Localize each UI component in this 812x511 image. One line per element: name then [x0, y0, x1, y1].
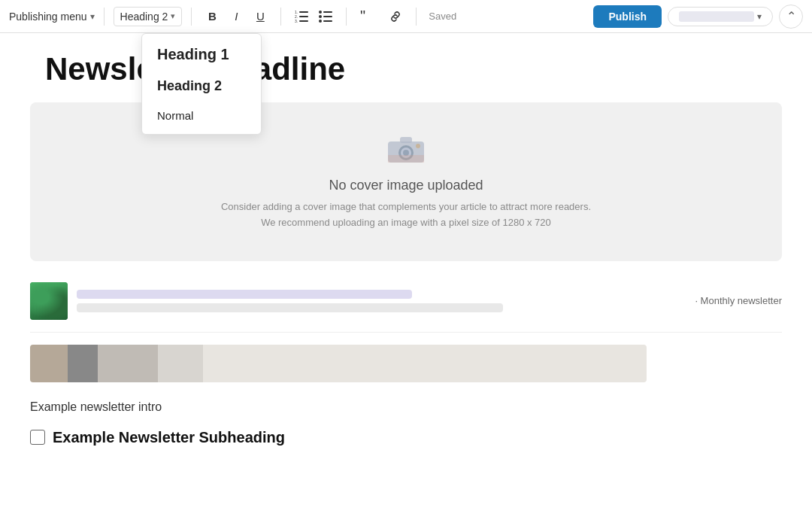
thumbnail-leaf-pattern [30, 282, 68, 320]
underline-button[interactable]: U [249, 5, 271, 28]
collapse-button[interactable]: ⌃ [779, 5, 803, 29]
main-content: Newsletter Headline No cover image uploa… [0, 33, 812, 511]
divider-4 [346, 8, 347, 26]
camera-icon [385, 132, 427, 169]
heading-dropdown: Heading 1 Heading 2 Normal [141, 33, 262, 135]
link-icon [389, 11, 402, 23]
viewer-select[interactable]: ▾ [668, 7, 773, 26]
heading-select-label: Heading 2 [120, 11, 168, 23]
thumbnail-image [30, 282, 68, 320]
viewer-select-chevron-icon: ▾ [757, 11, 762, 22]
bold-button[interactable]: B [201, 5, 223, 28]
collapse-icon: ⌃ [786, 9, 796, 23]
svg-rect-8 [323, 20, 332, 22]
heading-select-button[interactable]: Heading 2 ▾ [114, 7, 183, 26]
heading1-option[interactable]: Heading 1 [142, 38, 261, 71]
multibar-row [30, 345, 647, 382]
subheading-row: Example Newsletter Subheading [30, 429, 782, 446]
mbar-1 [30, 345, 68, 382]
svg-point-10 [319, 15, 322, 18]
quote-icon: " [360, 11, 374, 23]
bar-long-1 [77, 290, 412, 299]
camera-svg-icon [385, 132, 427, 166]
divider-3 [280, 8, 281, 26]
quote-button[interactable]: " [356, 5, 378, 28]
publish-button[interactable]: Publish [593, 5, 662, 28]
divider-5 [416, 8, 417, 26]
svg-rect-19 [388, 155, 424, 163]
cover-no-image-title: No cover image uploaded [329, 178, 483, 193]
svg-rect-1 [299, 16, 308, 17]
cover-desc-line2: We recommend uploading an image with a p… [261, 217, 551, 228]
svg-rect-7 [323, 16, 332, 17]
mbar-3 [98, 345, 158, 382]
svg-point-18 [416, 144, 420, 148]
bar-short-1 [77, 303, 503, 312]
cover-desc-line1: Consider adding a cover image that compl… [221, 201, 591, 212]
svg-rect-2 [299, 20, 308, 22]
toolbar: Publishing menu ▾ Heading 2 ▾ B I U 1. 2… [0, 0, 812, 33]
multibar-container [30, 345, 782, 382]
example-intro: Example newsletter intro [30, 400, 782, 414]
divider-2 [191, 8, 192, 26]
normal-option[interactable]: Normal [142, 102, 261, 129]
svg-point-9 [319, 11, 322, 14]
svg-point-11 [319, 20, 322, 23]
svg-text:3.: 3. [295, 19, 298, 23]
format-group: B I U [201, 5, 271, 28]
unordered-list-button[interactable] [314, 5, 337, 28]
unordered-list-icon [319, 11, 332, 23]
svg-rect-0 [299, 11, 308, 13]
svg-rect-6 [323, 11, 332, 13]
link-button[interactable] [384, 5, 407, 28]
heading2-option[interactable]: Heading 2 [142, 71, 261, 102]
mbar-2 [68, 345, 98, 382]
subheading-icon [30, 430, 45, 445]
newsletter-tag: · Monthly newsletter [695, 295, 782, 306]
mbar-5 [203, 345, 647, 382]
svg-point-16 [403, 150, 409, 156]
ordered-list-icon: 1. 2. 3. [295, 11, 308, 23]
subheading-text: Example Newsletter Subheading [53, 429, 285, 446]
svg-rect-17 [400, 137, 412, 143]
mbar-4 [158, 345, 203, 382]
publishing-menu-label: Publishing menu [9, 11, 87, 23]
row-bars-1 [77, 290, 686, 312]
saved-status: Saved [429, 11, 456, 22]
italic-button[interactable]: I [225, 5, 247, 28]
content-row-1: · Monthly newsletter [30, 282, 782, 333]
cover-desc: Consider adding a cover image that compl… [221, 199, 591, 231]
list-format-group: 1. 2. 3. [290, 5, 337, 28]
divider-1 [104, 8, 105, 26]
ordered-list-button[interactable]: 1. 2. 3. [290, 5, 313, 28]
publishing-menu-chevron-icon: ▾ [90, 11, 95, 22]
svg-text:": " [360, 11, 365, 23]
heading-select-chevron-icon: ▾ [171, 11, 175, 21]
viewer-select-bar [679, 11, 754, 22]
publishing-menu-button[interactable]: Publishing menu ▾ [9, 11, 95, 23]
